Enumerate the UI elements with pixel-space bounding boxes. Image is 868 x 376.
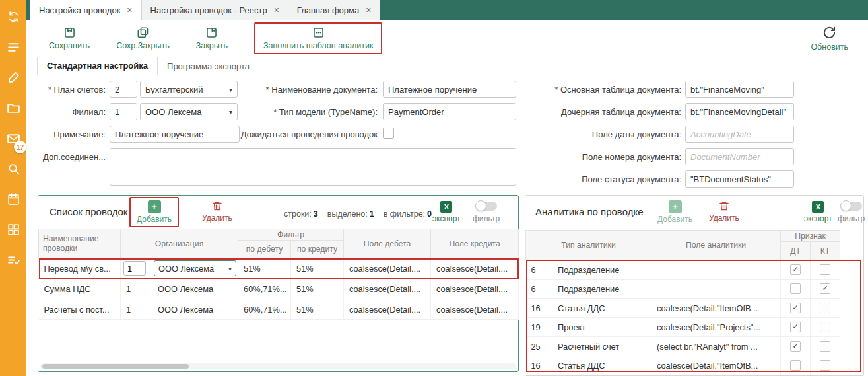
list-icon[interactable] [6, 40, 20, 54]
refresh-button[interactable]: Обновить [811, 25, 848, 52]
table-row[interactable]: 25 Расчетный счет (select br."RAnalyt" f… [526, 337, 840, 356]
cell-debit-filter[interactable]: 51% [238, 258, 291, 279]
fill-template-button[interactable]: Заполнить шаблон аналитик [263, 26, 373, 50]
dt-checkbox[interactable]: ✓ [790, 341, 801, 352]
mail-icon[interactable]: 17 [6, 131, 20, 145]
table-row[interactable]: 6 Подразделение ✓ [526, 280, 840, 299]
cell-type[interactable]: Проект [552, 318, 651, 337]
child-table-input[interactable] [685, 103, 794, 120]
cell-type-code[interactable]: 16 [526, 356, 552, 375]
doc-name-input[interactable] [383, 81, 516, 98]
delete-analytics-button[interactable]: Удалить [709, 200, 739, 223]
filter-toggle[interactable]: фильтр [473, 199, 500, 223]
cell-type-code[interactable]: 6 [526, 260, 552, 280]
col-header-analytics-type[interactable]: Тип аналитики [526, 231, 651, 260]
date-field-input[interactable] [685, 126, 794, 143]
search-icon[interactable] [6, 161, 20, 176]
cell-credit-field[interactable]: coalsesce(Detail.... [431, 299, 519, 320]
kt-checkbox[interactable]: ✓ [820, 283, 830, 294]
cell-credit-filter[interactable]: 51% [291, 299, 344, 320]
table-row[interactable]: Сумма НДС 1 ООО Лексема 60%,71%... 51% c… [39, 279, 519, 299]
close-icon[interactable]: × [366, 5, 371, 15]
col-header-credit-field[interactable]: Поле кредита [431, 229, 519, 258]
tab-nastroyka-provodok[interactable]: Настройка проводок × [30, 0, 142, 20]
col-header-name[interactable]: Наименование проводки [39, 229, 121, 258]
table-row[interactable]: 6 Подразделение ✓ [526, 260, 840, 280]
table-row[interactable]: 16 Статья ДДС coalesce(Detail."ItemOfB..… [526, 299, 840, 318]
cell-debit-field[interactable]: coalsesce(Detail.... [344, 279, 431, 299]
save-button[interactable]: Сохранить [49, 26, 90, 50]
apps-grid-icon[interactable] [6, 222, 20, 237]
branch-select[interactable]: ООО Лексема ▾ [140, 103, 238, 120]
table-row-selected[interactable]: Перевод м\у св... ООО Лексема ▾ 51% 51% … [39, 258, 519, 279]
cell-credit-field[interactable]: coalsesce(Detail.... [431, 279, 519, 299]
cell-name[interactable]: Расчеты с пост... [39, 299, 121, 320]
cell-type-code[interactable]: 6 [526, 280, 552, 299]
tab-glavnaya-forma[interactable]: Главная форма × [288, 0, 381, 20]
kt-checkbox[interactable] [820, 264, 830, 275]
cell-type[interactable]: Подразделение [552, 260, 651, 280]
status-field-input[interactable] [685, 170, 794, 188]
wait-posting-checkbox[interactable] [383, 128, 394, 139]
horizontal-scrollbar[interactable] [40, 363, 516, 369]
close-button[interactable]: Закрыть [196, 26, 228, 50]
cell-name[interactable]: Перевод м\у св... [39, 258, 121, 279]
cell-type[interactable]: Статья ДДС [552, 356, 651, 375]
cell-type-code[interactable]: 19 [526, 318, 552, 337]
export-excel-button[interactable]: X экспорт [804, 201, 832, 223]
extra-connection-textarea[interactable] [110, 148, 516, 186]
kt-checkbox[interactable] [820, 360, 830, 371]
close-icon[interactable]: × [127, 5, 132, 15]
cell-name[interactable]: Сумма НДС [39, 279, 121, 299]
calendar-icon[interactable] [6, 192, 20, 206]
kt-checkbox[interactable] [820, 341, 830, 352]
col-header-by-credit[interactable]: по кредиту [291, 241, 344, 258]
table-row[interactable]: Расчеты с пост... 1 ООО Лексема 60%,71%.… [39, 299, 519, 320]
filter-toggle[interactable]: фильтр [838, 199, 865, 223]
add-row-button[interactable]: + Добавить [137, 200, 172, 224]
plan-select[interactable]: Бухгалтерский ▾ [140, 81, 238, 98]
cell-field[interactable] [651, 260, 781, 280]
cell-org[interactable]: ООО Лексема [152, 279, 238, 299]
cell-field[interactable] [651, 280, 781, 299]
cell-type[interactable]: Статья ДДС [552, 299, 651, 318]
kt-checkbox[interactable] [820, 322, 830, 332]
main-table-input[interactable] [685, 81, 794, 98]
dt-checkbox[interactable]: ✓ [790, 303, 801, 313]
tab-export-program[interactable]: Программа экспорта [158, 58, 259, 75]
type-name-input[interactable] [383, 103, 516, 120]
col-header-kt[interactable]: КТ [811, 242, 840, 260]
col-header-sign[interactable]: Признак [781, 231, 840, 242]
cell-field[interactable]: coalesce(Detail."Projects"... [651, 318, 781, 337]
cell-type[interactable]: Расчетный счет [552, 337, 651, 356]
col-header-analytics-field[interactable]: Поле аналитики [651, 231, 781, 260]
org-select[interactable]: ООО Лексема ▾ [154, 260, 236, 276]
dt-checkbox[interactable]: ✓ [790, 264, 801, 275]
cell-debit-field[interactable]: coalsesce(Detail.... [344, 258, 431, 279]
tasks-check-icon[interactable] [6, 252, 20, 267]
cell-credit-filter[interactable]: 51% [291, 258, 344, 279]
cell-org[interactable]: ООО Лексема [152, 299, 238, 320]
col-header-by-debit[interactable]: по дебету [238, 241, 291, 258]
cell-type[interactable]: Подразделение [552, 280, 651, 299]
close-icon[interactable]: × [274, 5, 279, 15]
edit-pencil-icon[interactable] [6, 70, 20, 85]
number-field-input[interactable] [685, 148, 794, 165]
col-header-org[interactable]: Организация [121, 229, 238, 258]
cell-field[interactable]: coalesce(Detail."ItemOfB... [651, 299, 781, 318]
col-header-debit-field[interactable]: Поле дебета [344, 229, 431, 258]
delete-row-button[interactable]: Удалить [202, 200, 232, 223]
col-header-filter[interactable]: Фильтр [238, 229, 344, 241]
scrollbar-thumb[interactable] [42, 364, 189, 369]
cell-credit-field[interactable]: coalsesce(Detail.... [431, 258, 519, 279]
cell-credit-filter[interactable]: 51% [291, 279, 344, 299]
dt-checkbox[interactable]: ✓ [790, 322, 801, 332]
cell-field[interactable]: coalesce(Detail."ItemOfB... [651, 356, 781, 375]
cell-field[interactable]: (select br."RAnalyt" from ... [651, 337, 781, 356]
table-row[interactable]: 19 Проект coalesce(Detail."Projects"... … [526, 318, 840, 337]
cell-org-code[interactable]: 1 [121, 279, 152, 299]
plan-code-input[interactable] [110, 81, 137, 98]
dt-checkbox[interactable] [790, 283, 801, 294]
cell-type-code[interactable]: 25 [526, 337, 552, 356]
table-row[interactable]: 16 Статья ДДС coalesce(Detail."ItemOfB..… [526, 356, 840, 375]
